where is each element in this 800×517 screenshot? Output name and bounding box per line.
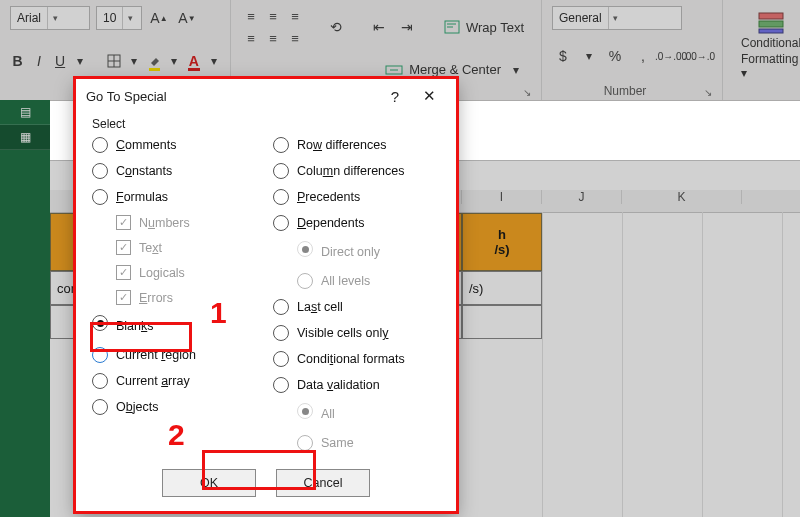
option-current-array[interactable]: Current array — [92, 373, 247, 389]
option-comments[interactable]: CCommentsomments — [92, 137, 247, 153]
select-label: Select — [92, 117, 440, 131]
hdr-right2: /s) — [494, 242, 509, 257]
annotation-box-2 — [202, 450, 316, 490]
chevron-down-icon[interactable]: ▾ — [74, 52, 86, 70]
option-precedents[interactable]: Precedents — [273, 189, 405, 205]
increase-indent-icon[interactable]: ⇥ — [396, 16, 418, 38]
font-name: Arial — [11, 11, 47, 25]
conditional-formatting-button[interactable]: Conditional Formatting ▾ — [733, 6, 800, 84]
group-label: Number — [552, 84, 698, 98]
option-all: All — [297, 403, 405, 425]
option-direct-only: Direct only — [297, 241, 405, 263]
increase-decimal-icon[interactable]: .0→.00 — [660, 45, 682, 67]
options-left-column: CCommentsomments Constants Formulas ✓Num… — [92, 137, 247, 451]
dialog-launcher-icon[interactable]: ↘ — [704, 87, 712, 98]
comma-format-icon[interactable]: , — [632, 45, 654, 67]
option-numbers: ✓Numbers — [116, 215, 247, 230]
font-name-combo[interactable]: Arial▾ — [10, 6, 90, 30]
go-to-special-dialog: Go To Special ? ✕ Select CCommentsomment… — [75, 78, 457, 512]
svg-rect-9 — [759, 21, 783, 27]
borders-icon[interactable] — [107, 50, 122, 72]
chevron-down-icon[interactable]: ▾ — [128, 52, 140, 70]
chevron-down-icon[interactable]: ▾ — [507, 61, 525, 79]
sheet-corner-icon[interactable]: ▤ — [0, 100, 50, 125]
number-format: General — [553, 11, 608, 25]
align-right-icon[interactable]: ≡ — [285, 28, 305, 48]
chevron-down-icon[interactable]: ▾ — [580, 47, 598, 65]
dialog-titlebar[interactable]: Go To Special ? ✕ — [76, 79, 456, 113]
chevron-down-icon[interactable]: ▾ — [122, 7, 137, 29]
option-visible-cells[interactable]: Visible cells only — [273, 325, 405, 341]
italic-button[interactable]: I — [31, 50, 46, 72]
bold-button[interactable]: B — [10, 50, 25, 72]
font-size-combo[interactable]: 10▾ — [96, 6, 142, 30]
font-size: 10 — [97, 11, 122, 25]
conditional-line1: Conditional — [741, 36, 800, 50]
align-bottom-icon[interactable]: ≡ — [285, 6, 305, 26]
align-left-icon[interactable]: ≡ — [241, 28, 261, 48]
dialog-title: Go To Special — [86, 89, 378, 104]
options-right-column: Row differences Column differences Prece… — [273, 137, 405, 451]
hdr-right1: h — [498, 227, 506, 242]
align-center-icon[interactable]: ≡ — [263, 28, 283, 48]
orientation-icon[interactable]: ⟲ — [325, 16, 347, 38]
increase-font-icon[interactable]: A▲ — [148, 7, 170, 29]
option-constants[interactable]: Constants — [92, 163, 247, 179]
col-header[interactable]: I — [462, 190, 542, 204]
row-header-strip: ▤ ▦ — [0, 100, 50, 517]
annotation-1: 1 — [210, 296, 227, 330]
close-icon[interactable]: ✕ — [412, 87, 446, 105]
styles-group: Conditional Formatting ▾ — [723, 0, 800, 100]
svg-rect-10 — [759, 29, 783, 33]
align-middle-icon[interactable]: ≡ — [263, 6, 283, 26]
alignment-grid: ≡≡≡ ≡≡≡ — [241, 6, 305, 48]
option-last-cell[interactable]: Last cell — [273, 299, 405, 315]
option-data-validation[interactable]: Data validation — [273, 377, 405, 393]
annotation-box-1 — [90, 322, 192, 352]
wrap-text-label: Wrap Text — [466, 20, 524, 35]
option-formulas[interactable]: Formulas — [92, 189, 247, 205]
dialog-launcher-icon[interactable]: ↘ — [523, 87, 531, 98]
option-same: Same — [297, 435, 405, 451]
grid-lines — [542, 212, 800, 517]
help-icon[interactable]: ? — [378, 88, 412, 105]
number-format-combo[interactable]: General▾ — [552, 6, 682, 30]
percent-format-icon[interactable]: % — [604, 45, 626, 67]
option-column-differences[interactable]: Column differences — [273, 163, 405, 179]
annotation-2: 2 — [168, 418, 185, 452]
decrease-font-icon[interactable]: A▼ — [176, 7, 198, 29]
col-header[interactable]: J — [542, 190, 622, 204]
chevron-down-icon[interactable]: ▾ — [168, 52, 180, 70]
align-top-icon[interactable]: ≡ — [241, 6, 261, 26]
option-logicals: ✓Logicals — [116, 265, 247, 280]
option-objects[interactable]: Objects — [92, 399, 247, 415]
sheet-nav-icon[interactable]: ▦ — [0, 125, 50, 150]
number-group: General▾ $▾ % , .0→.00 .00→.0 Number↘ — [542, 0, 723, 100]
conditional-formatting-icon — [757, 10, 785, 34]
option-all-levels: All levels — [297, 273, 405, 289]
merge-center-label: Merge & Center — [409, 62, 501, 77]
decrease-decimal-icon[interactable]: .00→.0 — [688, 45, 710, 67]
underline-button[interactable]: U — [52, 50, 67, 72]
fill-color-icon[interactable] — [147, 50, 162, 72]
decrease-indent-icon[interactable]: ⇤ — [368, 16, 390, 38]
cell[interactable]: /s) — [462, 271, 542, 305]
svg-rect-8 — [759, 13, 783, 19]
option-dependents[interactable]: Dependents — [273, 215, 405, 231]
conditional-line2: Formatting — [741, 52, 798, 66]
col-header[interactable]: K — [622, 190, 742, 204]
chevron-down-icon[interactable]: ▾ — [608, 7, 623, 29]
option-errors: ✓Errors — [116, 290, 247, 305]
option-row-differences[interactable]: Row differences — [273, 137, 405, 153]
option-conditional-formats[interactable]: Conditional formats — [273, 351, 405, 367]
option-text: ✓Text — [116, 240, 247, 255]
wrap-text-button[interactable]: Wrap Text — [438, 18, 530, 37]
accounting-format-icon[interactable]: $ — [552, 45, 574, 67]
chevron-down-icon[interactable]: ▾ — [208, 52, 220, 70]
font-color-icon[interactable]: A — [186, 50, 201, 72]
chevron-down-icon[interactable]: ▾ — [47, 7, 62, 29]
